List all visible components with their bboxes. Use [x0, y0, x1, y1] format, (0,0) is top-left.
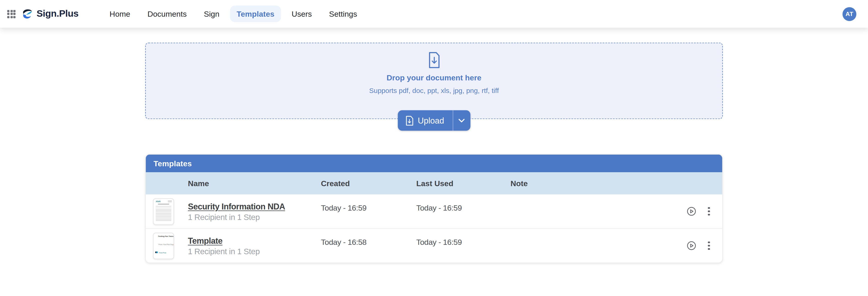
template-thumbnail-nda[interactable]: Alohi — [153, 198, 174, 225]
table-row-template[interactable]: Testing Fax Transmission From: Fax.Plus … — [146, 228, 722, 262]
play-circle-icon — [687, 207, 696, 216]
dropzone-supported-formats: Supports pdf, doc, ppt, xls, jpg, png, r… — [369, 87, 499, 95]
column-header-last-used: Last Used — [416, 179, 510, 188]
document-download-icon — [427, 52, 441, 69]
thumbnail-brand-text: Alohi — [156, 200, 161, 202]
templates-table-header: Name Created Last Used Note — [146, 172, 722, 194]
templates-panel: Templates Name Created Last Used Note Al… — [145, 154, 723, 263]
template-name-link[interactable]: Template — [188, 236, 222, 245]
signplus-logo-icon — [22, 8, 33, 20]
template-created-date: Today - 16:59 — [321, 203, 416, 212]
column-header-name: Name — [188, 179, 321, 188]
faxplus-brand-text: Fax.Plus — [159, 252, 166, 253]
template-thumbnail-fax[interactable]: Testing Fax Transmission From: Fax.Plus … — [153, 232, 174, 259]
column-header-note: Note — [510, 179, 674, 188]
use-template-button[interactable] — [687, 241, 696, 250]
thumbnail-body-lines — [156, 206, 172, 221]
thumbnail-address-lines — [168, 200, 172, 203]
template-last-used-date: Today - 16:59 — [416, 237, 510, 246]
app-root: Sign.Plus Home Documents Sign Templates … — [0, 0, 868, 296]
thumbnail-from-text: From: Fax.Plus Support — [159, 243, 169, 245]
table-row-security-information-nda[interactable]: Alohi Security Information NDA 1 Recipie… — [146, 194, 722, 228]
template-name-link[interactable]: Security Information NDA — [188, 201, 285, 211]
nav-item-home[interactable]: Home — [103, 5, 137, 22]
play-circle-icon — [687, 241, 696, 250]
row-more-options-icon[interactable] — [708, 241, 710, 250]
upload-split-button: Upload — [398, 110, 470, 131]
nav-menu: Home Documents Sign Templates Users Sett… — [103, 5, 364, 22]
brand-name: Sign.Plus — [37, 8, 79, 20]
chevron-down-icon — [458, 118, 465, 123]
template-recipients-info: 1 Recipient in 1 Step — [188, 212, 321, 221]
nav-item-users[interactable]: Users — [285, 5, 318, 22]
top-nav: Sign.Plus Home Documents Sign Templates … — [0, 0, 868, 28]
brand: Sign.Plus — [7, 8, 79, 20]
template-last-used-date: Today - 16:59 — [416, 203, 510, 212]
template-recipients-info: 1 Recipient in 1 Step — [188, 246, 321, 256]
nav-item-sign[interactable]: Sign — [197, 5, 226, 22]
templates-panel-title: Templates — [146, 155, 722, 172]
user-avatar[interactable]: AT — [842, 7, 856, 21]
faxplus-logo: Fax.Plus — [154, 251, 174, 254]
template-created-date: Today - 16:58 — [321, 237, 416, 246]
nav-item-documents[interactable]: Documents — [141, 5, 193, 22]
upload-button[interactable]: Upload — [398, 110, 453, 131]
nav-item-settings[interactable]: Settings — [322, 5, 364, 22]
thumbnail-title-text: Testing Fax Transmission — [158, 235, 169, 237]
column-header-created: Created — [321, 179, 416, 188]
thumbnail-title-line — [158, 204, 169, 205]
upload-button-label: Upload — [418, 116, 444, 125]
row-more-options-icon[interactable] — [708, 207, 710, 216]
nav-item-templates[interactable]: Templates — [230, 5, 281, 22]
upload-options-button[interactable] — [453, 110, 470, 131]
dropzone-title: Drop your document here — [386, 73, 481, 82]
document-dropzone[interactable]: Drop your document here Supports pdf, do… — [145, 43, 723, 119]
use-template-button[interactable] — [687, 207, 696, 216]
main-content: Drop your document here Supports pdf, do… — [145, 43, 723, 263]
apps-grid-icon[interactable] — [7, 9, 16, 18]
upload-document-icon — [406, 116, 413, 126]
